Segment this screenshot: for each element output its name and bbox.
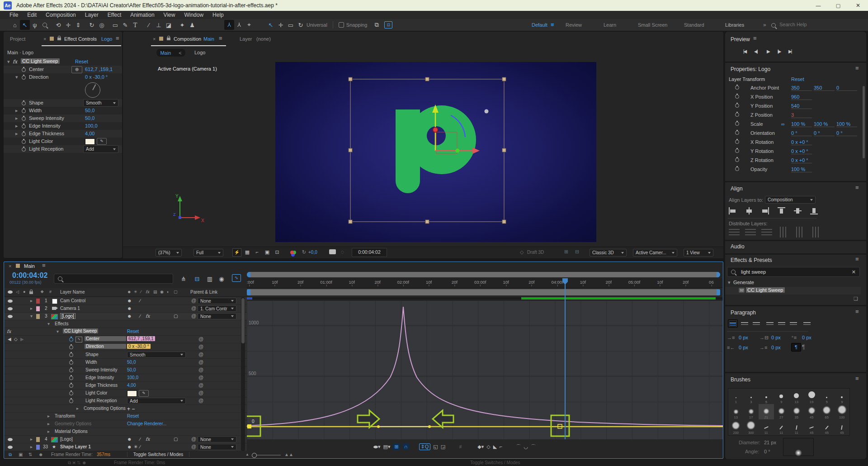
tab-composition-name[interactable]: Main — [203, 36, 214, 42]
graph-editor-area[interactable]: 1000 500 0 — [247, 300, 723, 439]
group-row-material-options[interactable]: ▸ Material Options — [4, 428, 247, 436]
tab-layer[interactable]: Layer — [240, 36, 252, 42]
effect-header-row[interactable]: ▾ fx CC Light Sweep Reset — [4, 58, 122, 66]
expander-icon[interactable]: ▸ — [15, 131, 18, 137]
properties-scrollbar[interactable] — [863, 86, 865, 158]
brush-11[interactable]: 11 — [759, 419, 774, 435]
workspace-review[interactable]: Review — [566, 22, 582, 28]
in-out-panel-icon[interactable]: ⧉ — [9, 452, 12, 457]
ec-width-label[interactable]: Width — [29, 108, 42, 113]
orbit-camera-tool-icon[interactable]: ⟲ — [53, 20, 63, 30]
layer-transform-label[interactable]: Layer Transform — [729, 76, 765, 82]
light-color-swatch[interactable] — [85, 138, 95, 145]
menu-file[interactable]: File — [5, 12, 22, 18]
camera-dropdown[interactable]: Active Camer... — [633, 249, 677, 257]
pickwhip-icon[interactable]: @ — [198, 390, 203, 395]
prop-value[interactable]: 4,00 — [127, 383, 136, 388]
shape-dropdown[interactable]: Smooth — [83, 99, 118, 107]
transform-reset-button[interactable]: Reset — [127, 414, 139, 418]
renderer-dropdown[interactable]: Classic 3D — [590, 249, 627, 257]
prop-label[interactable]: Edge Intensity — [85, 375, 114, 380]
justify-last-left-button[interactable] — [765, 319, 775, 328]
prop-row-width[interactable]: Width 50,0 @ — [4, 359, 247, 366]
quality-switch[interactable]: ∕ — [140, 314, 141, 319]
guides-icon[interactable]: ⊡ — [272, 247, 282, 257]
stopwatch-icon[interactable] — [735, 113, 739, 117]
light-reception-dropdown[interactable]: Add — [127, 398, 186, 404]
keyframe-mid-2[interactable] — [428, 425, 431, 428]
graph-override-icon[interactable]: ∿ — [75, 337, 82, 342]
timeline-hscroll[interactable] — [247, 272, 720, 277]
gizmo-select-icon[interactable]: ↖ — [266, 20, 276, 30]
space-after-value[interactable]: 0 px — [771, 345, 781, 350]
pickwhip-icon[interactable]: @ — [191, 313, 196, 319]
zoom-slider-knob[interactable] — [252, 453, 257, 458]
prop-row-edge-intensity[interactable]: Edge Intensity 100,0 @ — [4, 374, 247, 382]
distribute-vcenter-button[interactable] — [745, 229, 756, 235]
distribute-top-button[interactable] — [729, 229, 740, 235]
parent-dropdown[interactable]: None — [198, 444, 236, 450]
shy-switch[interactable]: ☻ — [127, 444, 132, 449]
timeline-search-input[interactable] — [66, 276, 173, 282]
transparency-grid-icon[interactable]: ▦ — [242, 247, 252, 257]
graph-type-options-icon[interactable]: ▤▾ — [383, 444, 391, 450]
playhead-line[interactable] — [565, 278, 566, 439]
expander-icon[interactable]: ▸ — [47, 414, 50, 418]
quality-switch[interactable]: ∕ — [140, 437, 141, 442]
brush-5[interactable]: 5 — [819, 389, 835, 404]
layer-list-scrollbar[interactable] — [241, 297, 245, 451]
shy-switch[interactable]: ☻ — [127, 437, 132, 442]
hand-tool-icon[interactable]: ψ — [30, 20, 40, 30]
ltr-direction-button[interactable]: ¶ — [791, 343, 801, 352]
align-hcenter-button[interactable] — [745, 207, 756, 214]
universal-gizmo-label[interactable]: Universal — [307, 22, 327, 28]
local-axis-mode-icon[interactable]: Y — [224, 20, 234, 30]
snap-options-icon[interactable]: ⧉ — [372, 20, 382, 30]
home-icon[interactable]: ⌂ — [10, 20, 20, 30]
transform-reset-button[interactable]: Reset — [791, 76, 804, 82]
space-before-value[interactable]: 0 px — [771, 335, 781, 340]
zoom-out-icon[interactable]: ▲ — [245, 452, 249, 456]
brush-13[interactable]: 13 — [728, 404, 744, 419]
easy-ease-icon[interactable]: ⌒ — [516, 443, 521, 450]
tab-timeline-main[interactable]: Main — [24, 263, 35, 269]
orbit-handle[interactable] — [485, 109, 489, 114]
brush-27[interactable]: 27 — [774, 404, 789, 419]
collapse-switch[interactable]: ✳ — [134, 444, 137, 449]
ec-sweep-label[interactable]: Sweep Intensity — [29, 115, 64, 121]
stopwatch-icon[interactable] — [22, 109, 26, 113]
expander-icon[interactable]: ▸ — [30, 306, 33, 311]
gizmo-scale-icon[interactable]: ▭ — [286, 20, 296, 30]
region-of-interest-icon[interactable]: ⊡ — [384, 21, 392, 29]
prop-value[interactable]: 0 x -30,0 ° — [127, 344, 151, 349]
direction-dial[interactable] — [85, 82, 100, 98]
property-value[interactable]: 0 ° — [814, 130, 835, 136]
stopwatch-icon[interactable] — [22, 117, 26, 121]
snap-icon[interactable]: ∩ — [403, 443, 409, 450]
composition-menu-icon[interactable]: ≡ — [219, 36, 222, 41]
distribute-right-button[interactable] — [812, 227, 819, 238]
minimize-button[interactable]: — — [808, 3, 828, 8]
pickwhip-icon[interactable]: @ — [191, 436, 196, 442]
ec-edge-thickness-label[interactable]: Edge Thickness — [29, 131, 64, 136]
expander-icon[interactable]: ▸ — [15, 115, 18, 121]
dolly-camera-tool-icon[interactable]: ⇕ — [73, 20, 83, 30]
view-axis-mode-icon[interactable]: ⌖ — [244, 20, 254, 30]
auto-zoom-graph-icon[interactable]: ⇕Q — [419, 443, 431, 450]
ec-center-label[interactable]: Center — [29, 67, 44, 72]
ec-direction-label[interactable]: Direction — [29, 74, 48, 80]
brush-45[interactable]: 45 — [804, 419, 820, 435]
render-queue-icon[interactable]: ▣ — [19, 452, 23, 457]
close-tab-icon[interactable]: × — [9, 263, 11, 269]
play-button[interactable]: ▶ — [767, 49, 770, 54]
tab-composition[interactable]: Composition — [174, 36, 201, 42]
brush-21[interactable]: 21 — [759, 404, 774, 419]
brush-angle-value[interactable]: 0 ° — [764, 449, 770, 454]
exposure-reset-icon[interactable]: ↻ — [302, 249, 306, 255]
label-color-chip[interactable] — [36, 314, 40, 319]
pickwhip-icon[interactable]: @ — [198, 336, 203, 342]
stopwatch-icon[interactable] — [735, 131, 739, 135]
paragraph-menu-icon[interactable]: ≡ — [855, 309, 859, 314]
ec-sweep-value[interactable]: 50,0 — [85, 115, 94, 121]
keyframe-menu-icon[interactable]: ◆▾ — [477, 444, 484, 450]
